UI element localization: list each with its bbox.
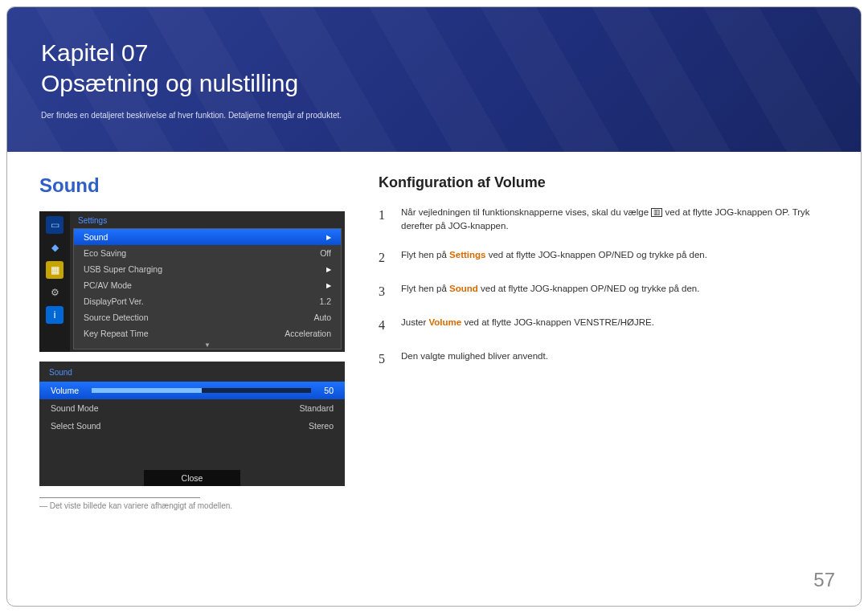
osd-settings-menu: ▭ ◆ ▦ ⚙ i Settings Sound ▶ Eco Saving (39, 211, 345, 352)
osd-sound-header: Sound (39, 362, 345, 382)
osd-row-label: Volume (51, 386, 79, 395)
volume-slider[interactable] (92, 388, 311, 393)
osd-row-eco[interactable]: Eco Saving Off (74, 245, 341, 261)
rotate-icon[interactable]: ◆ (46, 239, 63, 256)
steps-list: 1 Når vejledningen til funktionsknappern… (379, 206, 829, 369)
gear-icon[interactable]: ⚙ (46, 284, 63, 301)
step-number: 5 (379, 349, 390, 369)
step-number: 1 (379, 206, 390, 234)
close-button[interactable]: Close (144, 470, 240, 486)
step-text: Flyt hen på Sound ved at flytte JOG-knap… (401, 282, 699, 301)
osd-settings-list: Sound ▶ Eco Saving Off USB Super Chargin… (73, 228, 342, 349)
osd-row-dpver[interactable]: DisplayPort Ver. 1.2 (74, 293, 341, 309)
keyword-volume: Volume (429, 317, 462, 327)
step-number: 4 (379, 316, 390, 335)
osd-row-label: Sound Mode (51, 403, 99, 413)
osd-sound-menu: Sound Volume 50 Sound Mode Standard Sele… (39, 362, 345, 486)
osd-row-value: Off (320, 248, 331, 258)
chapter-title: Opsætning og nulstilling (41, 70, 298, 96)
footnote-marker: ― (39, 501, 47, 510)
osd-row-label: Eco Saving (84, 248, 126, 258)
footnote-text: Det viste billede kan variere afhængigt … (50, 501, 232, 510)
monitor-icon[interactable]: ▭ (46, 216, 63, 234)
osd-settings-main: Settings Sound ▶ Eco Saving Off USB Supe… (70, 211, 345, 352)
osd-row-label: Source Detection (84, 313, 149, 322)
osd-row-value: 1.2 (319, 296, 331, 306)
osd-row-label: PC/AV Mode (84, 280, 132, 290)
osd-row-value: Stereo (309, 421, 334, 431)
chevron-right-icon: ▶ (326, 282, 331, 289)
osd-row-selectsound[interactable]: Select Sound Stereo (39, 417, 345, 435)
osd-row-label: Select Sound (51, 421, 100, 431)
scroll-down-icon[interactable]: ▼ (74, 341, 341, 349)
step-text: Flyt hen på Settings ved at flytte JOG-k… (401, 248, 707, 268)
osd-sidebar: ▭ ◆ ▦ ⚙ i (39, 211, 70, 352)
info-icon[interactable]: i (46, 306, 63, 324)
step-number: 3 (379, 282, 390, 301)
config-volume-title: Konfiguration af Volume (379, 174, 829, 191)
chapter-heading: Kapitel 07 Opsætning og nulstilling (41, 38, 827, 98)
step-2: 2 Flyt hen på Settings ved at flytte JOG… (379, 248, 829, 268)
section-title-sound: Sound (39, 174, 345, 197)
osd-row-value: Acceleration (285, 329, 331, 338)
chapter-line: Kapitel 07 (41, 39, 148, 66)
footnote: ― Det viste billede kan variere afhængig… (39, 501, 345, 510)
chevron-right-icon: ▶ (326, 266, 331, 273)
osd-row-value: Auto (313, 313, 331, 322)
osd-row-volume[interactable]: Volume 50 (39, 382, 345, 399)
osd-row-label: Key Repeat Time (84, 329, 149, 338)
step-number: 2 (379, 248, 390, 268)
osd-row-soundmode[interactable]: Sound Mode Standard (39, 399, 345, 417)
keyword-sound: Sound (449, 284, 478, 293)
chapter-description: Der findes en detaljeret beskrivelse af … (41, 111, 827, 120)
osd-row-value: Standard (299, 403, 334, 413)
osd-settings-header: Settings (70, 211, 345, 228)
step-5: 5 Den valgte mulighed bliver anvendt. (379, 349, 829, 369)
volume-fill (92, 388, 202, 393)
step-text: Når vejledningen til funktionsknapperne … (401, 206, 829, 234)
chapter-banner: Kapitel 07 Opsætning og nulstilling Der … (7, 7, 861, 152)
palette-icon[interactable]: ▦ (46, 261, 63, 279)
step-3: 3 Flyt hen på Sound ved at flytte JOG-kn… (379, 282, 829, 301)
step-1: 1 Når vejledningen til funktionsknappern… (379, 206, 829, 234)
chevron-right-icon: ▶ (326, 234, 331, 241)
osd-row-source[interactable]: Source Detection Auto (74, 309, 341, 325)
content-area: Sound ▭ ◆ ▦ ⚙ i Settings Sound ▶ (7, 152, 861, 510)
osd-row-label: DisplayPort Ver. (84, 296, 144, 306)
page-number: 57 (813, 569, 835, 591)
right-column: Konfiguration af Volume 1 Når vejledning… (379, 174, 829, 510)
left-column: Sound ▭ ◆ ▦ ⚙ i Settings Sound ▶ (39, 174, 345, 510)
osd-row-label: USB Super Charging (84, 264, 162, 274)
osd-row-pcav[interactable]: PC/AV Mode ▶ (74, 277, 341, 293)
osd-row-keyrepeat[interactable]: Key Repeat Time Acceleration (74, 325, 341, 341)
step-text: Juster Volume ved at flytte JOG-knappen … (401, 316, 654, 335)
step-4: 4 Juster Volume ved at flytte JOG-knappe… (379, 316, 829, 335)
page-frame: Kapitel 07 Opsætning og nulstilling Der … (6, 6, 862, 607)
osd-row-label: Sound (84, 232, 108, 242)
osd-row-usb[interactable]: USB Super Charging ▶ (74, 261, 341, 277)
step-text: Den valgte mulighed bliver anvendt. (401, 349, 548, 369)
osd-row-value: 50 (324, 386, 334, 395)
footnote-rule (39, 497, 200, 498)
osd-row-sound[interactable]: Sound ▶ (74, 229, 341, 245)
keyword-settings: Settings (449, 250, 485, 260)
menu-icon: ▥ (651, 208, 662, 217)
